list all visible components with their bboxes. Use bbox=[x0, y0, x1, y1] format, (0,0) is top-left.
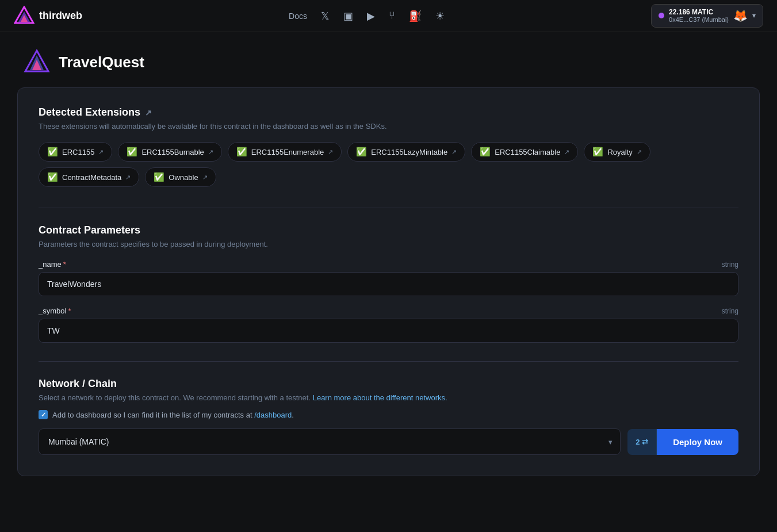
main-card: Detected Extensions ↗ These extensions w… bbox=[17, 87, 760, 476]
ext-external-link-icon[interactable]: ↗ bbox=[451, 148, 457, 156]
github-icon[interactable]: ⑂ bbox=[389, 10, 395, 22]
ext-external-link-icon[interactable]: ↗ bbox=[328, 148, 333, 156]
docs-link[interactable]: Docs bbox=[289, 12, 307, 21]
extension-badge-contractmetadata: ✅ ContractMetadata ↗ bbox=[39, 167, 139, 187]
network-select[interactable]: Mumbai (MATIC) Ethereum Mainnet Polygon … bbox=[39, 428, 621, 455]
extensions-section: Detected Extensions ↗ These extensions w… bbox=[39, 106, 738, 187]
symbol-field-label: _symbol* bbox=[39, 307, 71, 315]
nav-right: 22.186 MATIC 0x4E...C37 (Mumbai) 🦊 ▾ bbox=[651, 4, 763, 28]
extension-badge-ownable: ✅ Ownable ↗ bbox=[145, 167, 216, 187]
page-title: TravelQuest bbox=[59, 53, 144, 71]
ext-label: ERC1155Burnable bbox=[141, 148, 204, 156]
page-header: TravelQuest bbox=[0, 32, 777, 87]
symbol-field-type: string bbox=[722, 307, 738, 315]
name-required-indicator: * bbox=[63, 260, 66, 269]
extensions-title: Detected Extensions ↗ bbox=[39, 106, 738, 118]
extension-badge-erc1155enumerable: ✅ ERC1155Enumerable ↗ bbox=[228, 142, 342, 162]
ext-external-link-icon[interactable]: ↗ bbox=[637, 148, 642, 156]
deploy-now-button[interactable]: Deploy Now bbox=[657, 429, 738, 455]
extensions-title-text: Detected Extensions bbox=[39, 106, 140, 118]
check-icon: ✅ bbox=[236, 147, 247, 157]
symbol-required-indicator: * bbox=[68, 307, 71, 315]
discord-icon[interactable]: ▣ bbox=[343, 10, 353, 22]
ext-label: ERC1155LazyMintable bbox=[371, 148, 447, 156]
ext-label: Royalty bbox=[607, 148, 632, 156]
dashboard-checkbox[interactable] bbox=[39, 410, 48, 419]
navbar: thirdweb Docs 𝕏 ▣ ▶ ⑂ ⛽ ☀ 22.186 MATIC 0… bbox=[0, 0, 777, 32]
extension-badge-royalty: ✅ Royalty ↗ bbox=[584, 142, 650, 162]
name-field-row: _name* string bbox=[39, 260, 738, 296]
learn-more-link[interactable]: Learn more about the different networks. bbox=[313, 393, 447, 402]
dashboard-checkbox-row: Add to dashboard so I can find it in the… bbox=[39, 410, 738, 419]
nav-center: Docs 𝕏 ▣ ▶ ⑂ ⛽ ☀ bbox=[289, 10, 445, 22]
check-icon: ✅ bbox=[480, 147, 491, 157]
wallet-info: 22.186 MATIC 0x4E...C37 (Mumbai) bbox=[669, 8, 729, 24]
check-icon: ✅ bbox=[47, 147, 58, 157]
extensions-desc: These extensions will automatically be a… bbox=[39, 122, 738, 131]
ext-external-link-icon[interactable]: ↗ bbox=[202, 174, 208, 181]
dashboard-check-label: Add to dashboard so I can find it in the… bbox=[52, 411, 294, 419]
name-field-input[interactable] bbox=[39, 272, 738, 296]
extension-badge-erc1155lazymintable: ✅ ERC1155LazyMintable ↗ bbox=[347, 142, 465, 162]
bottom-row: Mumbai (MATIC) Ethereum Mainnet Polygon … bbox=[39, 428, 738, 455]
ext-label: ERC1155Claimable bbox=[495, 148, 560, 156]
ext-external-link-icon[interactable]: ↗ bbox=[208, 148, 213, 156]
network-title: Network / Chain bbox=[39, 378, 738, 390]
extensions-external-link-icon[interactable]: ↗ bbox=[145, 108, 152, 117]
wallet-indicator bbox=[659, 13, 664, 18]
ext-external-link-icon[interactable]: ↗ bbox=[564, 148, 569, 156]
thirdweb-logo bbox=[14, 6, 35, 26]
twitter-icon[interactable]: 𝕏 bbox=[321, 10, 330, 22]
check-icon: ✅ bbox=[127, 147, 137, 157]
network-select-wrapper: Mumbai (MATIC) Ethereum Mainnet Polygon … bbox=[39, 428, 621, 455]
ext-label: ERC1155 bbox=[62, 148, 94, 156]
name-field-type: string bbox=[722, 261, 738, 269]
network-desc: Select a network to deploy this contract… bbox=[39, 393, 738, 402]
divider-2 bbox=[39, 361, 738, 362]
check-icon: ✅ bbox=[47, 172, 58, 182]
name-field-label: _name* bbox=[39, 260, 66, 269]
contract-params-section: Contract Parameters Parameters the contr… bbox=[39, 224, 738, 343]
params-title-text: Contract Parameters bbox=[39, 224, 140, 236]
deploy-counter: 2 ⇄ bbox=[627, 429, 657, 455]
counter-value: 2 ⇄ bbox=[636, 438, 648, 446]
wallet-address: 0x4E...C37 (Mumbai) bbox=[669, 16, 729, 24]
brand-name: thirdweb bbox=[39, 10, 82, 22]
deploy-button-group: 2 ⇄ Deploy Now bbox=[627, 429, 738, 455]
extension-badge-erc1155: ✅ ERC1155 ↗ bbox=[39, 142, 112, 162]
symbol-label-row: _symbol* string bbox=[39, 307, 738, 315]
ext-external-link-icon[interactable]: ↗ bbox=[125, 174, 131, 181]
symbol-field-input[interactable] bbox=[39, 319, 738, 343]
params-desc: Parameters the contract specifies to be … bbox=[39, 240, 738, 248]
wallet-amount: 22.186 MATIC bbox=[669, 8, 729, 16]
ext-external-link-icon[interactable]: ↗ bbox=[98, 148, 104, 156]
symbol-field-row: _symbol* string bbox=[39, 307, 738, 343]
params-title: Contract Parameters bbox=[39, 224, 738, 236]
extension-badge-erc1155claimable: ✅ ERC1155Claimable ↗ bbox=[471, 142, 578, 162]
check-icon: ✅ bbox=[356, 147, 367, 157]
check-icon: ✅ bbox=[154, 172, 164, 182]
ext-label: Ownable bbox=[169, 173, 198, 182]
network-section: Network / Chain Select a network to depl… bbox=[39, 378, 738, 455]
extensions-grid: ✅ ERC1155 ↗ ✅ ERC1155Burnable ↗ ✅ ERC115… bbox=[39, 142, 738, 187]
dashboard-link[interactable]: /dashboard bbox=[254, 411, 292, 419]
fuel-icon[interactable]: ⛽ bbox=[409, 10, 422, 22]
youtube-icon[interactable]: ▶ bbox=[367, 10, 375, 22]
network-title-text: Network / Chain bbox=[39, 378, 117, 390]
divider-1 bbox=[39, 208, 738, 208]
wallet-button[interactable]: 22.186 MATIC 0x4E...C37 (Mumbai) 🦊 ▾ bbox=[651, 4, 763, 28]
wallet-chevron-icon: ▾ bbox=[752, 12, 756, 20]
project-logo-icon bbox=[23, 48, 51, 76]
name-label-row: _name* string bbox=[39, 260, 738, 269]
ext-label: ContractMetadata bbox=[62, 173, 121, 182]
ext-label: ERC1155Enumerable bbox=[251, 148, 324, 156]
theme-toggle[interactable]: ☀ bbox=[435, 10, 445, 22]
nav-left: thirdweb bbox=[14, 6, 82, 26]
check-icon: ✅ bbox=[592, 147, 603, 157]
metamask-icon: 🦊 bbox=[733, 9, 748, 22]
extension-badge-erc1155burnable: ✅ ERC1155Burnable ↗ bbox=[118, 142, 221, 162]
